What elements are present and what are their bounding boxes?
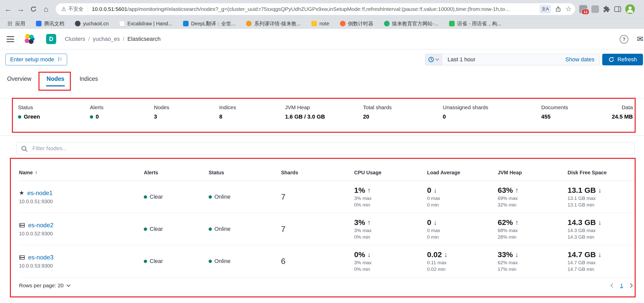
- profile-avatar[interactable]: [625, 4, 635, 14]
- space-avatar[interactable]: D: [46, 34, 56, 44]
- flag-icon: ⚐: [57, 56, 63, 63]
- back-icon[interactable]: ←: [2, 3, 14, 15]
- cluster-summary-bar: Status Green Alerts 0 Nodes 3 Indices 8 …: [0, 99, 644, 136]
- shards-cell: 7: [281, 181, 354, 213]
- side-panel-icon[interactable]: [614, 6, 621, 12]
- breadcrumb-current: Elasticsearch: [127, 36, 160, 42]
- status-green-dot-icon: [18, 115, 21, 119]
- bookmark-item-tencent-docs[interactable]: 腾讯文档: [36, 20, 64, 27]
- stat-jvm-heap: JVM Heap 1.6 GB / 3.0 GB: [285, 104, 325, 120]
- share-icon[interactable]: [555, 6, 561, 12]
- show-dates-link[interactable]: Show dates: [565, 56, 594, 63]
- bookmark-item-yuque[interactable]: 语雀 - 用语雀，构...: [449, 20, 501, 27]
- trend-down-icon: ↓: [434, 219, 437, 226]
- trend-down-icon: ↓: [598, 251, 602, 259]
- yuque-favicon: [449, 21, 455, 26]
- table-footer: Rows per page: 20 1: [19, 277, 635, 294]
- time-range-value[interactable]: Last 1 hour: [448, 56, 475, 63]
- enter-setup-mode-button[interactable]: Enter setup mode ⚐: [5, 54, 67, 65]
- node-link[interactable]: es-node1: [27, 190, 53, 197]
- tab-overview[interactable]: Overview: [7, 74, 32, 86]
- breadcrumb-clusters[interactable]: Clusters: [65, 36, 85, 42]
- trend-down-icon: ↓: [434, 186, 437, 194]
- jvm-heap-cell: 63%↑ 69% max 32% min: [498, 181, 568, 213]
- extension-badge: 12: [581, 9, 589, 15]
- column-header-alerts[interactable]: Alerts: [144, 170, 209, 176]
- shards-cell: 7: [281, 213, 354, 245]
- disk-free-cell: 14.7 GB↓ 14.7 GB max 14.7 GB min: [568, 245, 635, 277]
- quick-select-button[interactable]: [425, 54, 442, 65]
- stat-documents: Documents 455: [541, 104, 568, 120]
- extension-icon[interactable]: [591, 5, 599, 13]
- bookmark-item-note[interactable]: note: [311, 21, 329, 27]
- shards-cell: 6: [281, 245, 354, 277]
- trend-up-icon: ↑: [515, 186, 519, 194]
- newsfeed-mail-icon[interactable]: ✉: [637, 34, 643, 43]
- security-label: 不安全: [68, 6, 84, 12]
- trend-up-icon: ↑: [515, 219, 519, 226]
- yuanfudao-course-favicon: [246, 21, 252, 26]
- master-node-star-icon: ★: [19, 190, 24, 196]
- chevron-down-icon: [67, 285, 70, 287]
- status-online-dot-icon: [209, 228, 212, 231]
- bookmark-item-apps[interactable]: 应用: [7, 20, 25, 27]
- forward-icon[interactable]: →: [15, 3, 27, 15]
- column-header-disk[interactable]: Disk Free Space: [568, 170, 635, 176]
- column-header-load[interactable]: Load Average: [427, 170, 498, 176]
- name-cell: es-node2 10.0.0.52:9300: [19, 213, 144, 245]
- help-icon[interactable]: ?: [620, 35, 628, 44]
- name-cell: ★ es-node1 10.0.0.51:9300: [19, 181, 144, 213]
- node-link[interactable]: es-node3: [28, 254, 53, 261]
- reload-icon[interactable]: [27, 3, 39, 15]
- stat-indices: Indices 8: [219, 104, 236, 120]
- table-row: es-node3 10.0.0.53:9300 Clear Online 6 0…: [19, 245, 635, 277]
- bookmark-item-excalidraw[interactable]: Excalidraw | Hand...: [119, 21, 172, 27]
- address-divider: [88, 6, 88, 12]
- previous-page-icon[interactable]: [610, 283, 613, 288]
- page-number[interactable]: 1: [620, 283, 623, 289]
- translate-icon[interactable]: 文A: [540, 5, 551, 13]
- column-header-status[interactable]: Status: [209, 170, 281, 176]
- kibana-header: D Clusters / yuchao_es / Elasticsearch: [0, 29, 644, 49]
- column-header-cpu[interactable]: CPU Usage: [354, 170, 427, 176]
- column-header-shards[interactable]: Shards: [281, 170, 354, 176]
- disk-free-cell: 13.1 GB↓ 13.1 GB max 13.1 GB min: [568, 181, 635, 213]
- column-header-jvm[interactable]: JVM Heap: [498, 170, 568, 176]
- breadcrumb-cluster-name[interactable]: yuchao_es: [93, 36, 120, 42]
- alert-clear-dot-icon: [144, 228, 147, 231]
- browser-toolbar: ← → ⌂ ⚠ 不安全 10.0.0.51:5601/app/monitorin…: [0, 0, 644, 18]
- status-cell: Online: [209, 181, 281, 213]
- bookmark-item-course[interactable]: 系列课详情-猿来教...: [246, 20, 300, 27]
- filter-nodes-input[interactable]: [16, 142, 635, 155]
- extensions-puzzle-icon[interactable]: [603, 6, 610, 13]
- next-page-icon[interactable]: [630, 283, 633, 288]
- jvm-heap-cell: 62%↑ 68% max 28% min: [498, 213, 568, 245]
- rows-per-page-button[interactable]: Rows per page: 20: [19, 282, 70, 289]
- timer-favicon: [340, 21, 346, 26]
- refresh-button[interactable]: Refresh: [602, 54, 643, 65]
- home-icon[interactable]: ⌂: [40, 3, 52, 15]
- clock-icon: [428, 56, 434, 63]
- bookmark-star-icon[interactable]: ☆: [566, 6, 572, 12]
- deepl-favicon: [183, 21, 189, 26]
- alerts-cell: Clear: [144, 181, 209, 213]
- trend-up-icon: ↑: [367, 219, 371, 226]
- chevron-down-icon: [435, 59, 439, 61]
- jvm-heap-cell: 33%↓ 62% max 17% min: [498, 245, 568, 277]
- bookmark-item-deepl[interactable]: DeepL翻译：全世...: [183, 20, 236, 27]
- bookmark-item-yuchaoit[interactable]: yuchaoit.cn: [75, 21, 109, 27]
- extension-with-badge-icon[interactable]: 12: [579, 5, 587, 13]
- tab-indices[interactable]: Indices: [79, 74, 98, 86]
- time-range-picker: Last 1 hour Show dates: [425, 54, 600, 65]
- column-header-name[interactable]: Name↑: [19, 170, 144, 176]
- bookmark-item-timer[interactable]: 倒数计时器: [340, 20, 373, 27]
- menu-hamburger-icon[interactable]: [7, 36, 14, 42]
- yuanlai-edu-favicon: [384, 21, 390, 26]
- url-path: /app/monitoring#/elasticsearch/nodes?_g=…: [127, 6, 510, 12]
- node-link[interactable]: es-node2: [28, 222, 53, 229]
- stat-data: Data 24.5 MB: [612, 104, 633, 120]
- address-bar[interactable]: ⚠ 不安全 10.0.0.51:5601/app/monitoring#/ela…: [56, 3, 575, 15]
- bookmark-item-yuanlai-edu[interactable]: 猿来教育官方网站-...: [384, 20, 438, 27]
- tab-nodes[interactable]: Nodes: [46, 74, 65, 86]
- elastic-logo[interactable]: [24, 33, 35, 45]
